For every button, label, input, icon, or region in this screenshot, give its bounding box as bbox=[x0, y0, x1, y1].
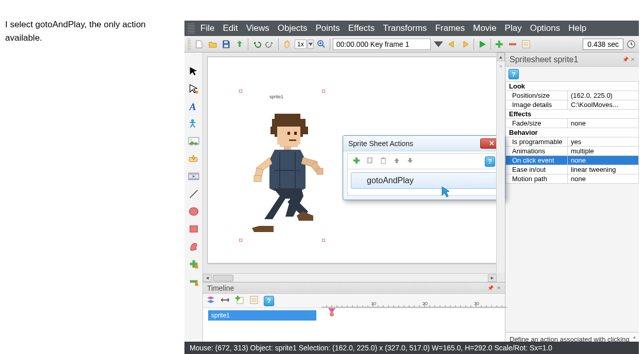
subselect-tool-icon[interactable] bbox=[188, 83, 199, 95]
close-panel-icon[interactable]: ✕ bbox=[631, 57, 635, 62]
prop-label-onclick[interactable]: On click event bbox=[506, 156, 568, 165]
vertical-scrollbar[interactable]: ▲ ≡ bbox=[496, 52, 505, 273]
delete-action-icon[interactable] bbox=[380, 157, 387, 166]
frame-dropdown-icon[interactable] bbox=[433, 39, 444, 50]
dialog-toolbar: ? bbox=[347, 153, 501, 169]
play-icon[interactable] bbox=[477, 39, 488, 50]
menu-transforms[interactable]: Transforms bbox=[379, 23, 430, 33]
clock-icon[interactable] bbox=[625, 39, 637, 50]
add-point-icon[interactable] bbox=[188, 258, 199, 270]
resize-icon[interactable] bbox=[221, 296, 230, 305]
menu-views[interactable]: Views bbox=[243, 23, 273, 33]
prop-value-onclick[interactable]: none bbox=[568, 156, 639, 165]
arrow-tool-icon[interactable] bbox=[188, 66, 199, 77]
menu-file[interactable]: File bbox=[197, 23, 218, 33]
timeline-row[interactable]: sprite1 bbox=[208, 310, 316, 321]
scroll-thumb[interactable] bbox=[213, 275, 233, 281]
ellipse-tool-icon[interactable] bbox=[188, 206, 199, 217]
action-item-gotoandplay[interactable]: gotoAndPlay bbox=[351, 172, 497, 189]
svg-rect-16 bbox=[189, 178, 199, 180]
main-area: sprite1 bbox=[203, 52, 505, 354]
freeform-tool-icon[interactable] bbox=[188, 241, 199, 252]
prop-value[interactable]: (162.0, 225.0) bbox=[568, 91, 639, 100]
menu-options[interactable]: Options bbox=[527, 23, 564, 33]
menu-help[interactable]: Help bbox=[565, 23, 590, 33]
zoom-combo[interactable]: 1x bbox=[295, 40, 314, 49]
add-action-icon[interactable] bbox=[353, 157, 360, 166]
menu-effects[interactable]: Effects bbox=[345, 23, 379, 33]
prop-label: Image details bbox=[506, 100, 568, 110]
zoom-in-icon[interactable] bbox=[316, 39, 327, 50]
prop-value[interactable]: linear tweening bbox=[568, 165, 639, 174]
menu-movie[interactable]: Movie bbox=[469, 23, 500, 33]
prop-value[interactable]: C:\KoolMoves... bbox=[568, 100, 639, 110]
new-file-icon[interactable] bbox=[194, 39, 205, 50]
prev-frame-icon[interactable] bbox=[446, 39, 457, 50]
sprite-image[interactable] bbox=[239, 109, 326, 237]
menu-edit[interactable]: Edit bbox=[219, 23, 241, 33]
undo-icon[interactable] bbox=[251, 39, 262, 50]
remove-point-icon[interactable] bbox=[188, 276, 199, 287]
layer-props-icon[interactable] bbox=[249, 295, 259, 306]
scroll-left-icon[interactable]: ◄ bbox=[203, 274, 212, 282]
movieclip-tool-icon[interactable] bbox=[188, 171, 199, 182]
selection-handle[interactable] bbox=[239, 90, 242, 93]
scroll-right-icon[interactable]: ► bbox=[488, 274, 497, 282]
menu-frames[interactable]: Frames bbox=[432, 23, 469, 33]
selection-handle[interactable] bbox=[322, 90, 325, 93]
list-icon[interactable] bbox=[520, 39, 532, 50]
open-file-icon[interactable] bbox=[207, 39, 218, 50]
menu-play[interactable]: Play bbox=[501, 23, 526, 33]
add-layer-icon[interactable] bbox=[235, 295, 244, 306]
properties-help-icon[interactable]: ? bbox=[509, 69, 519, 79]
layers-icon[interactable] bbox=[206, 295, 215, 306]
line-tool-icon[interactable] bbox=[188, 188, 199, 200]
svg-rect-21 bbox=[195, 282, 198, 286]
text-tool-icon[interactable]: A bbox=[188, 101, 199, 112]
hand-tool-icon[interactable] bbox=[281, 39, 293, 50]
svg-point-32 bbox=[309, 311, 311, 313]
dialog-titlebar[interactable]: Sprite Sheet Actions ✕ bbox=[343, 136, 505, 151]
move-up-icon[interactable] bbox=[393, 157, 400, 166]
sprite-label: sprite1 bbox=[269, 94, 283, 99]
redo-icon[interactable] bbox=[264, 39, 276, 50]
pin-icon[interactable]: 📌 bbox=[622, 57, 629, 62]
button-tool-icon[interactable] bbox=[188, 153, 199, 165]
remove-icon[interactable] bbox=[507, 39, 518, 50]
scroll-up-small-icon[interactable]: ▲ bbox=[632, 334, 637, 340]
time-box[interactable]: 0.438 sec bbox=[583, 39, 623, 50]
zoom-dropdown-icon[interactable] bbox=[308, 40, 314, 49]
menu-points[interactable]: Points bbox=[312, 23, 343, 33]
canvas[interactable]: sprite1 bbox=[207, 57, 501, 263]
timeline-help-icon[interactable]: ? bbox=[264, 296, 274, 306]
menu-objects[interactable]: Objects bbox=[274, 23, 311, 33]
add-icon[interactable] bbox=[494, 39, 505, 50]
instruction-text: I select gotoAndPlay, the only action av… bbox=[5, 18, 175, 44]
toolbar-grip bbox=[188, 39, 191, 50]
export-icon[interactable] bbox=[234, 39, 245, 50]
keyframe-dot[interactable] bbox=[330, 312, 334, 316]
svg-point-8 bbox=[191, 119, 194, 122]
prop-value[interactable]: multiple bbox=[568, 147, 639, 156]
copy-action-icon[interactable] bbox=[366, 157, 374, 166]
scroll-up-icon[interactable]: ▲ bbox=[497, 52, 505, 61]
close-panel-icon[interactable]: ✕ bbox=[497, 285, 501, 291]
move-down-icon[interactable] bbox=[406, 157, 414, 166]
prop-value[interactable]: yes bbox=[568, 137, 639, 147]
prop-value[interactable]: none bbox=[568, 174, 639, 184]
frame-display[interactable]: 00:00.000 Key frame 1 bbox=[333, 39, 431, 50]
selection-handle[interactable] bbox=[322, 239, 325, 242]
pin-icon[interactable]: 📌 bbox=[487, 285, 494, 291]
bone-tool-icon[interactable] bbox=[188, 118, 199, 130]
horizontal-scrollbar[interactable]: ◄ ► bbox=[203, 273, 497, 282]
section-effects: Effects bbox=[506, 110, 639, 119]
tool-palette: A bbox=[184, 52, 203, 354]
selection-handle[interactable] bbox=[239, 239, 242, 242]
prop-value[interactable]: none bbox=[568, 119, 639, 128]
dialog-help-icon[interactable]: ? bbox=[485, 156, 495, 167]
image-tool-icon[interactable] bbox=[188, 136, 199, 147]
save-icon[interactable] bbox=[221, 39, 232, 50]
next-frame-icon[interactable] bbox=[460, 39, 471, 50]
ruler-grip-icon: ≡ bbox=[498, 65, 503, 67]
rect-tool-icon[interactable] bbox=[188, 223, 199, 235]
